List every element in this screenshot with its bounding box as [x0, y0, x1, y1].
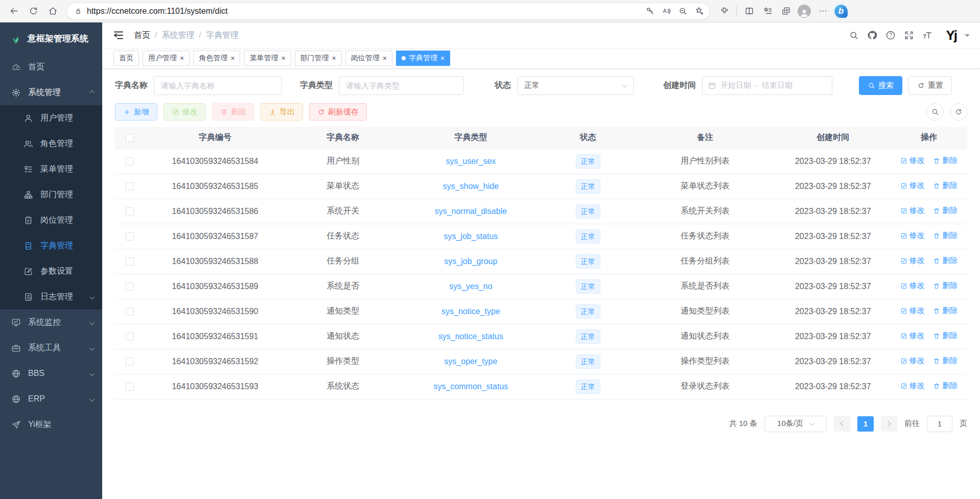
sidebar-item-bbs[interactable]: BBS	[0, 361, 102, 386]
row-checkbox[interactable]	[126, 232, 134, 241]
url-text[interactable]: https://ccnetcore.com:1101/system/dict	[87, 7, 642, 16]
sidebar-item-user-admin[interactable]: 用户管理	[0, 105, 102, 131]
reset-button[interactable]: 重置	[908, 76, 952, 95]
toggle-search-button[interactable]	[926, 103, 944, 121]
sidebar-item-home[interactable]: 首页	[0, 54, 102, 80]
add-button[interactable]: 新增	[115, 103, 157, 121]
row-delete-button[interactable]: 删除	[933, 231, 958, 241]
close-icon[interactable]: ×	[383, 55, 387, 62]
row-checkbox[interactable]	[126, 157, 134, 165]
close-icon[interactable]: ×	[180, 55, 184, 62]
sidebar-item-role-admin[interactable]: 角色管理	[0, 131, 102, 156]
font-size-icon[interactable]	[922, 30, 932, 40]
date-range-picker[interactable]: 开始日期 - 结束日期	[702, 76, 832, 95]
dict-type-link[interactable]: sys_oper_type	[444, 357, 497, 366]
edit-button[interactable]: 修改	[164, 103, 206, 121]
tab-dict-admin[interactable]: 字典管理×	[396, 51, 450, 66]
dict-type-link[interactable]: sys_job_group	[444, 257, 497, 266]
breadcrumb-home[interactable]: 首页	[134, 30, 150, 41]
sidebar-item-erp[interactable]: ERP	[0, 386, 102, 412]
row-checkbox[interactable]	[126, 282, 134, 291]
row-delete-button[interactable]: 删除	[933, 356, 958, 366]
row-delete-button[interactable]: 删除	[933, 206, 958, 216]
sidebar-item-log-admin[interactable]: 日志管理	[0, 284, 102, 310]
page-size-select[interactable]: 10条/页	[764, 416, 827, 432]
row-delete-button[interactable]: 删除	[933, 256, 958, 266]
row-edit-button[interactable]: 修改	[900, 206, 925, 216]
goto-page-input[interactable]	[927, 416, 952, 432]
search-icon[interactable]	[849, 30, 859, 40]
prev-page-button[interactable]	[834, 416, 850, 432]
tab-post-admin[interactable]: 岗位管理×	[345, 51, 392, 66]
tab-home[interactable]: 首页	[113, 51, 139, 66]
dict-type-link[interactable]: sys_notice_type	[441, 307, 500, 316]
sidebar-item-system-admin[interactable]: 系统管理	[0, 80, 102, 105]
browser-menu-button[interactable]	[814, 3, 831, 20]
date-start-placeholder[interactable]: 开始日期	[720, 81, 751, 90]
app-logo[interactable]: 意框架管理系统	[0, 22, 102, 54]
row-checkbox[interactable]	[126, 182, 134, 191]
favorites-bar-button[interactable]	[759, 3, 776, 20]
row-edit-button[interactable]: 修改	[900, 156, 925, 165]
dict-type-link[interactable]: sys_common_status	[433, 382, 508, 391]
read-aloud-button[interactable]: A	[659, 4, 674, 19]
sidebar-item-system-tools[interactable]: 系统工具	[0, 335, 102, 361]
row-checkbox[interactable]	[126, 257, 134, 266]
refresh-cache-button[interactable]: 刷新缓存	[309, 103, 367, 121]
fullscreen-icon[interactable]	[904, 30, 914, 40]
sidebar-item-system-monitor[interactable]: 系统监控	[0, 310, 102, 335]
yj-logo[interactable]: Yj	[946, 29, 956, 42]
row-delete-button[interactable]: 删除	[933, 331, 958, 341]
collapse-sidebar-icon[interactable]	[112, 29, 125, 41]
dict-type-link[interactable]: sys_job_status	[444, 232, 498, 241]
refresh-table-button[interactable]	[950, 103, 967, 121]
close-icon[interactable]: ×	[230, 55, 235, 62]
row-checkbox[interactable]	[126, 307, 134, 316]
tab-user-admin[interactable]: 用户管理×	[143, 51, 190, 66]
sidebar-item-param-settings[interactable]: 参数设置	[0, 258, 102, 284]
row-edit-button[interactable]: 修改	[900, 281, 925, 291]
browser-refresh-button[interactable]	[25, 3, 42, 20]
export-button[interactable]: 导出	[261, 103, 303, 121]
help-icon[interactable]: ?	[885, 30, 896, 40]
row-edit-button[interactable]: 修改	[900, 356, 925, 366]
split-screen-button[interactable]	[740, 3, 758, 20]
extensions-button[interactable]	[715, 3, 733, 20]
row-delete-button[interactable]: 删除	[933, 381, 958, 391]
sidebar-item-menu-admin[interactable]: 菜单管理	[0, 156, 102, 182]
tab-dept-admin[interactable]: 部门管理×	[295, 51, 342, 66]
row-delete-button[interactable]: 删除	[933, 156, 958, 165]
row-checkbox[interactable]	[126, 207, 134, 216]
row-delete-button[interactable]: 删除	[933, 306, 958, 316]
collections-button[interactable]	[777, 3, 795, 20]
close-icon[interactable]: ×	[281, 55, 285, 62]
row-edit-button[interactable]: 修改	[900, 331, 925, 341]
row-delete-button[interactable]: 删除	[933, 281, 958, 291]
dict-type-link[interactable]: sys_yes_no	[449, 282, 493, 291]
bing-chat-button[interactable]: b	[832, 3, 850, 20]
row-edit-button[interactable]: 修改	[900, 381, 925, 391]
row-edit-button[interactable]: 修改	[900, 181, 925, 191]
profile-button[interactable]	[796, 3, 813, 20]
sidebar-item-post-admin[interactable]: 岗位管理	[0, 207, 102, 233]
dict-name-input[interactable]	[154, 76, 282, 95]
add-favorite-button[interactable]	[691, 4, 707, 19]
status-select[interactable]: 正常	[517, 76, 634, 95]
current-page[interactable]: 1	[857, 416, 874, 432]
row-checkbox[interactable]	[126, 383, 134, 391]
next-page-button[interactable]	[881, 416, 897, 432]
row-edit-button[interactable]: 修改	[900, 231, 925, 241]
dict-type-link[interactable]: sys_notice_status	[438, 332, 503, 341]
row-checkbox[interactable]	[126, 332, 134, 341]
zoom-out-button[interactable]	[675, 4, 690, 19]
github-icon[interactable]	[867, 30, 877, 40]
browser-back-button[interactable]	[5, 3, 22, 20]
row-checkbox[interactable]	[126, 358, 134, 366]
browser-home-button[interactable]	[44, 3, 61, 20]
dict-type-input[interactable]	[339, 76, 464, 95]
chevron-down-icon[interactable]	[965, 34, 970, 39]
select-all-checkbox[interactable]	[126, 134, 134, 142]
date-end-placeholder[interactable]: 结束日期	[762, 81, 792, 90]
tab-menu-admin[interactable]: 菜单管理×	[244, 51, 291, 66]
sidebar-item-dept-admin[interactable]: 部门管理	[0, 182, 102, 207]
